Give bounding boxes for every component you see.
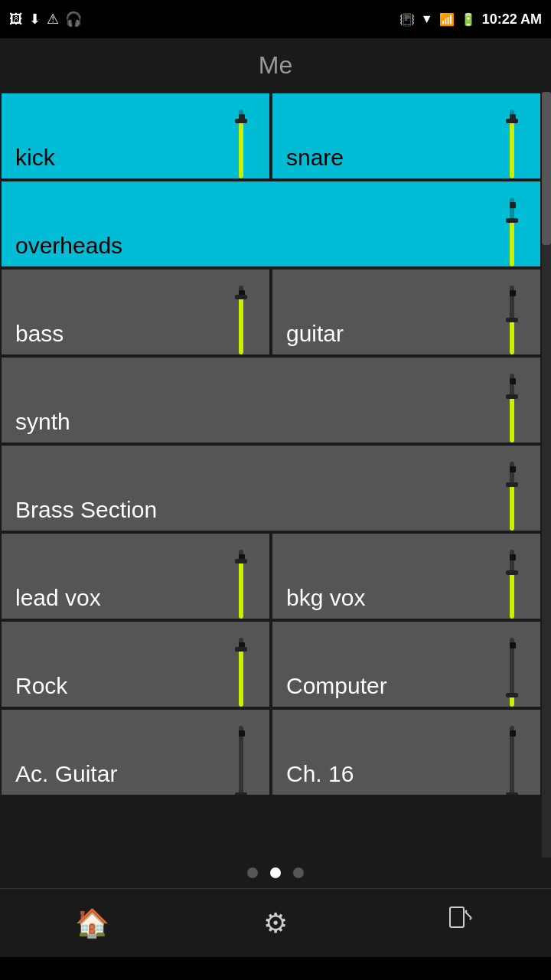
fader-handle bbox=[506, 218, 518, 223]
fader-dot bbox=[510, 290, 516, 296]
fader-track bbox=[239, 286, 243, 354]
page-dot-1[interactable] bbox=[247, 867, 258, 878]
channel-ac-guitar[interactable]: Ac. Guitar bbox=[0, 708, 271, 796]
fader-fill bbox=[510, 485, 514, 531]
fader-handle bbox=[235, 295, 247, 299]
headset-icon: 🎧 bbox=[65, 11, 82, 28]
warning-icon: ⚠ bbox=[47, 11, 59, 28]
channel-row-3: bass guitar bbox=[0, 268, 542, 356]
android-home-button[interactable]: ○ bbox=[271, 975, 284, 980]
fader-dot bbox=[510, 378, 516, 384]
scrollbar-thumb[interactable] bbox=[542, 92, 551, 245]
channel-brass-section-fader[interactable] bbox=[505, 446, 519, 531]
fader-handle bbox=[235, 119, 247, 123]
channel-synth[interactable]: synth bbox=[0, 356, 542, 444]
fader-handle bbox=[506, 693, 518, 697]
scrollbar[interactable] bbox=[542, 92, 551, 858]
channel-kick-fader[interactable] bbox=[234, 93, 248, 178]
channel-bass-fader[interactable] bbox=[234, 270, 248, 354]
channel-row-1: kick snare bbox=[0, 92, 542, 180]
settings-button[interactable]: ⚙ bbox=[245, 897, 306, 950]
channel-brass-section[interactable]: Brass Section bbox=[0, 444, 542, 532]
channel-lead-vox-fader[interactable] bbox=[234, 534, 248, 619]
status-icons-right: 📳 ▼ 📶 🔋 10:22 AM bbox=[399, 11, 542, 28]
image-icon: 🖼 bbox=[9, 11, 23, 28]
fader-handle bbox=[506, 482, 518, 487]
channel-ac-guitar-label: Ac. Guitar bbox=[15, 761, 117, 787]
channel-snare[interactable]: snare bbox=[271, 92, 542, 180]
page-dot-2[interactable] bbox=[270, 867, 281, 878]
signal-icon: 📶 bbox=[439, 12, 455, 27]
channel-guitar[interactable]: guitar bbox=[271, 268, 542, 356]
channel-computer[interactable]: Computer bbox=[271, 620, 542, 708]
channel-synth-label: synth bbox=[15, 409, 70, 435]
fader-fill bbox=[510, 320, 514, 354]
channel-lead-vox-label: lead vox bbox=[15, 585, 101, 611]
home-icon: 🏠 bbox=[75, 907, 109, 939]
fader-handle bbox=[506, 394, 518, 399]
channel-rock-fader[interactable] bbox=[234, 622, 248, 707]
android-nav: ◁ ○ □ bbox=[0, 957, 551, 980]
fader-dot bbox=[239, 730, 245, 737]
channel-bass[interactable]: bass bbox=[0, 268, 271, 356]
channel-snare-fader[interactable] bbox=[505, 93, 519, 178]
fader-track bbox=[239, 638, 243, 707]
fader-fill bbox=[510, 220, 514, 266]
page-dot-3[interactable] bbox=[293, 867, 304, 878]
fader-fill bbox=[239, 121, 243, 178]
channel-row-7: Rock Computer bbox=[0, 620, 542, 708]
fader-handle bbox=[235, 559, 247, 564]
fader-track bbox=[510, 286, 514, 354]
svg-line-1 bbox=[465, 912, 471, 918]
channel-rock-label: Rock bbox=[15, 673, 67, 699]
fader-fill bbox=[510, 397, 514, 443]
edit-icon bbox=[444, 904, 474, 942]
channel-ch16-fader[interactable] bbox=[505, 710, 519, 795]
channel-row-2: overheads bbox=[0, 180, 542, 268]
edit-button[interactable] bbox=[429, 897, 490, 950]
fader-dot bbox=[510, 554, 516, 560]
channel-grid: kick snare bbox=[0, 92, 542, 796]
recents-button[interactable]: □ bbox=[453, 975, 466, 980]
channel-brass-section-label: Brass Section bbox=[15, 497, 157, 523]
svg-line-2 bbox=[465, 910, 467, 912]
channel-overheads-fader[interactable] bbox=[505, 181, 519, 266]
channel-snare-label: snare bbox=[286, 145, 344, 171]
svg-line-3 bbox=[470, 918, 471, 920]
channel-computer-fader[interactable] bbox=[505, 622, 519, 707]
channel-synth-fader[interactable] bbox=[505, 358, 519, 443]
channel-overheads-label: overheads bbox=[15, 233, 122, 259]
channel-rock[interactable]: Rock bbox=[0, 620, 271, 708]
bottom-nav: 🏠 ⚙ bbox=[0, 888, 551, 957]
channel-overheads[interactable]: overheads bbox=[0, 180, 542, 268]
fader-handle bbox=[506, 570, 518, 575]
fader-track bbox=[239, 726, 243, 795]
channel-bkg-vox[interactable]: bkg vox bbox=[271, 532, 542, 620]
channel-bkg-vox-fader[interactable] bbox=[505, 534, 519, 619]
channel-row-8: Ac. Guitar Ch. 16 bbox=[0, 708, 542, 796]
fader-fill bbox=[510, 573, 514, 619]
fader-track bbox=[510, 726, 514, 795]
back-button[interactable]: ◁ bbox=[85, 975, 102, 981]
gear-icon: ⚙ bbox=[263, 907, 288, 939]
channel-computer-label: Computer bbox=[286, 673, 387, 699]
fader-track bbox=[510, 198, 514, 266]
fader-fill bbox=[239, 561, 243, 619]
fader-fill bbox=[510, 121, 514, 178]
channel-guitar-fader[interactable] bbox=[505, 270, 519, 354]
wifi-icon: ▼ bbox=[421, 12, 433, 26]
channel-ch16[interactable]: Ch. 16 bbox=[271, 708, 542, 796]
channel-kick[interactable]: kick bbox=[0, 92, 271, 180]
channel-ch16-label: Ch. 16 bbox=[286, 761, 354, 787]
home-button[interactable]: 🏠 bbox=[61, 897, 122, 950]
battery-icon: 🔋 bbox=[461, 12, 476, 27]
fader-handle bbox=[506, 792, 518, 796]
channel-row-6: lead vox bkg vox bbox=[0, 532, 542, 620]
channel-lead-vox[interactable]: lead vox bbox=[0, 532, 271, 620]
channel-kick-label: kick bbox=[15, 145, 55, 171]
fader-dot bbox=[510, 730, 516, 737]
status-icons-left: 🖼 ⬇ ⚠ 🎧 bbox=[9, 11, 82, 28]
header: Me bbox=[0, 38, 551, 92]
main-content: kick snare bbox=[0, 92, 551, 858]
channel-ac-guitar-fader[interactable] bbox=[234, 710, 248, 795]
